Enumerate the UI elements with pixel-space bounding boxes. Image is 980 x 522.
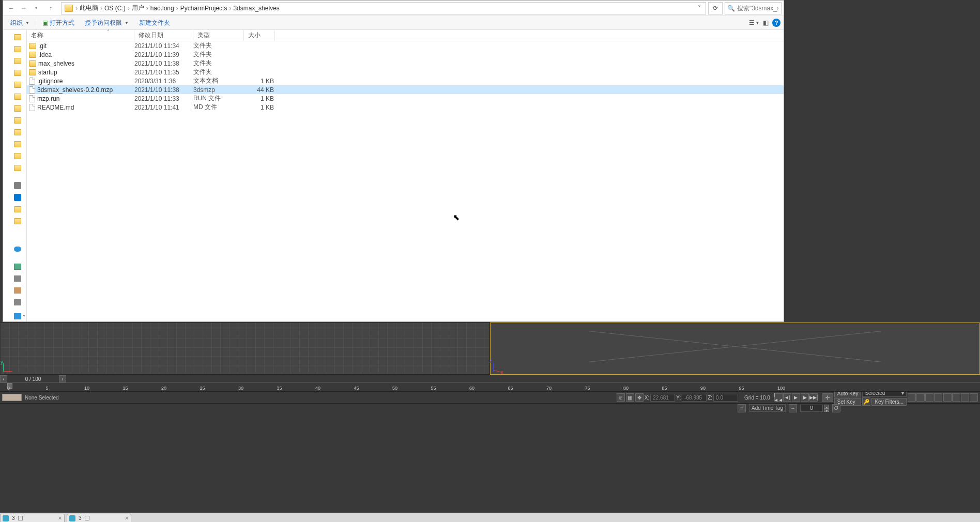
crumb-current[interactable]: 3dsmax_shelves	[232, 5, 281, 12]
orbit-icon[interactable]	[934, 393, 942, 402]
timeline-prev[interactable]: ‹	[0, 375, 7, 382]
zoom-all-icon[interactable]	[916, 393, 925, 402]
lock-icon[interactable]: ⎚	[617, 393, 625, 402]
forward-button[interactable]: →	[18, 2, 30, 14]
file-row[interactable]: startup2021/1/10 11:35文件夹	[27, 68, 784, 76]
spinner-up[interactable]: ▴	[824, 405, 829, 408]
transform-icon[interactable]: ✥	[635, 393, 644, 402]
sidebar-item[interactable]	[5, 151, 25, 161]
sidebar-item[interactable]	[5, 163, 25, 173]
move-icon[interactable]: ↔	[789, 404, 797, 412]
address-dropdown[interactable]: ˅	[694, 5, 705, 12]
sidebar-item[interactable]	[5, 56, 25, 66]
col-date[interactable]: 修改日期	[134, 30, 193, 41]
maximize-icon[interactable]	[952, 393, 960, 402]
sidebar-item[interactable]	[5, 32, 25, 42]
grant-access-button[interactable]: 授予访问权限▼	[81, 18, 133, 28]
next-frame-button[interactable]: |▶	[801, 393, 809, 402]
crumb-users[interactable]: 用户	[130, 4, 146, 12]
spinner-down[interactable]: ▾	[824, 408, 829, 412]
y-field[interactable]: -68.985	[682, 394, 707, 402]
column-headers[interactable]: ˄ 名称 修改日期 类型 大小	[27, 30, 784, 41]
sidebar-item[interactable]	[5, 285, 25, 296]
z-field[interactable]: 0.0	[713, 394, 738, 402]
nav-icon[interactable]	[961, 393, 969, 402]
sidebar-onedrive[interactable]	[5, 244, 25, 254]
x-field[interactable]: 22.681	[650, 394, 675, 402]
sidebar-item[interactable]	[5, 127, 25, 137]
file-row[interactable]: README.md2021/1/10 11:41MD 文件1 KB	[27, 103, 784, 112]
refresh-button[interactable]: ⟳	[708, 2, 723, 14]
restore-icon[interactable]	[18, 516, 23, 520]
sidebar-item[interactable]	[5, 204, 25, 214]
time-config-icon[interactable]: ⏱	[832, 404, 840, 412]
file-row[interactable]: .idea2021/1/10 11:39文件夹	[27, 50, 784, 59]
key-icon[interactable]: 🔑	[862, 397, 870, 406]
crumb-projects[interactable]: PycharmProjects	[179, 5, 229, 12]
pan-icon[interactable]	[925, 393, 933, 402]
crumb-user[interactable]: hao.long	[149, 5, 176, 12]
sidebar-item[interactable]	[5, 80, 25, 90]
viewport-left[interactable]: y	[0, 323, 490, 375]
crumb-pc[interactable]: 此电脑	[78, 4, 100, 12]
taskbar-tab-2[interactable]: 3 ✕	[67, 514, 131, 522]
file-row[interactable]: mzp.run2021/1/10 11:33RUN 文件1 KB	[27, 94, 784, 103]
up-button[interactable]: ↑	[44, 2, 57, 14]
breadcrumb[interactable]: › 此电脑 › OS (C:) › 用户 › hao.long › Pychar…	[61, 2, 706, 14]
preview-pane-button[interactable]: ◧	[761, 18, 770, 27]
help-icon[interactable]: ?	[772, 19, 780, 27]
back-button[interactable]: ←	[5, 2, 18, 14]
play-button[interactable]: ▶	[792, 393, 800, 402]
sidebar-item[interactable]	[5, 103, 25, 114]
collapse-sidebar[interactable]: ˅	[23, 315, 25, 320]
file-row[interactable]: .git2021/1/10 11:34文件夹	[27, 41, 784, 50]
nav-icon[interactable]	[970, 393, 978, 402]
sidebar-item[interactable]	[5, 180, 25, 191]
taskbar-tab-1[interactable]: 3 ✕	[0, 514, 65, 522]
sidebar-item[interactable]	[5, 216, 25, 226]
open-with-button[interactable]: ▣打开方式	[38, 18, 79, 28]
crumb-drive[interactable]: OS (C:)	[103, 5, 127, 12]
col-size[interactable]: 大小	[244, 30, 275, 41]
sidebar-item[interactable]	[5, 311, 25, 321]
file-row[interactable]: 3dsmax_shelves-0.2.0.mzp2021/1/10 11:383…	[27, 85, 784, 94]
key-filters-button[interactable]: Key Filters...	[871, 398, 907, 406]
frame-spinner[interactable]	[800, 405, 823, 412]
snap-icon[interactable]: ▦	[626, 393, 634, 402]
add-time-tag-button[interactable]: Add Time Tag	[749, 404, 786, 412]
timeline-next[interactable]: ›	[59, 375, 66, 382]
search-box[interactable]: 🔍	[725, 2, 782, 14]
script-icon[interactable]: ≡	[738, 404, 746, 412]
close-icon[interactable]: ✕	[125, 515, 129, 521]
time-ruler[interactable]: 0510152025303540455055606570758085909510…	[0, 382, 980, 392]
recent-dropdown[interactable]: ▾	[30, 2, 42, 14]
zoom-icon[interactable]	[908, 393, 916, 402]
fov-icon[interactable]	[943, 393, 952, 402]
organize-button[interactable]: 组织▼	[6, 18, 34, 28]
sidebar-item[interactable]	[5, 192, 25, 203]
sidebar-item[interactable]	[5, 91, 25, 102]
restore-icon[interactable]	[85, 516, 89, 520]
sidebar-item[interactable]	[5, 273, 25, 284]
sidebar-thispc[interactable]	[5, 262, 25, 272]
file-row[interactable]: max_shelves2021/1/10 11:38文件夹	[27, 59, 784, 68]
col-type[interactable]: 类型	[193, 30, 244, 41]
goto-start-button[interactable]: |◄◄	[774, 393, 783, 402]
new-folder-button[interactable]: 新建文件夹	[135, 18, 174, 28]
sidebar-item[interactable]	[5, 139, 25, 149]
prev-frame-button[interactable]: ◄|	[783, 393, 791, 402]
sidebar-item[interactable]	[5, 44, 25, 54]
sidebar-item[interactable]	[5, 115, 25, 126]
goto-end-button[interactable]: ▶▶|	[809, 393, 818, 402]
nav-sidebar[interactable]: ˅	[3, 30, 27, 321]
view-options-button[interactable]: ☰▼	[749, 18, 759, 27]
file-list[interactable]: .git2021/1/10 11:34文件夹.idea2021/1/10 11:…	[27, 41, 784, 321]
sidebar-item[interactable]	[5, 68, 25, 78]
viewport-right[interactable]: z x	[490, 323, 980, 375]
col-name[interactable]: 名称	[27, 30, 134, 41]
status-swatch[interactable]	[2, 394, 22, 401]
key-mode-button[interactable]: ✢	[822, 393, 833, 402]
sidebar-item[interactable]	[5, 297, 25, 308]
file-row[interactable]: .gitignore2020/3/31 1:36文本文档1 KB	[27, 76, 784, 85]
close-icon[interactable]: ✕	[58, 515, 62, 521]
